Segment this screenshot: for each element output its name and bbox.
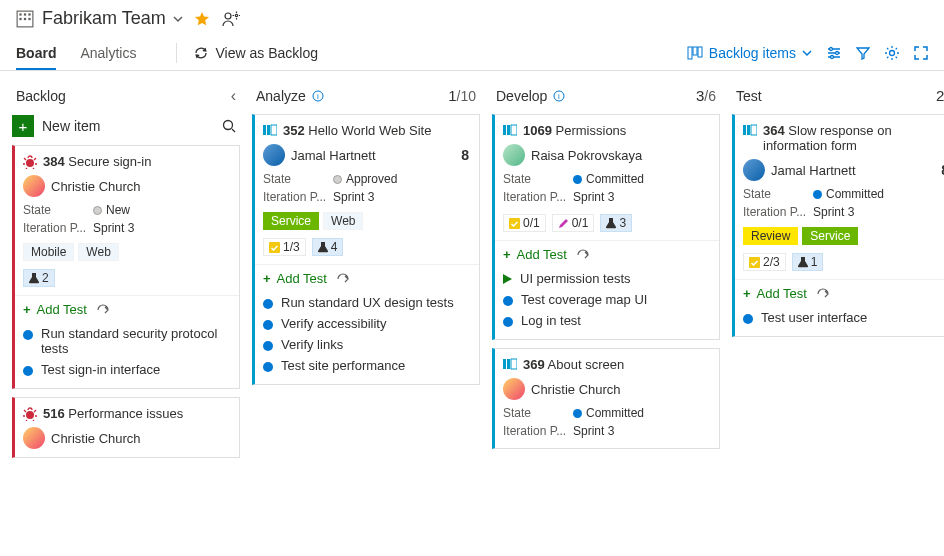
svg-rect-11 <box>698 47 702 57</box>
iteration-label: Iteration P... <box>263 190 333 204</box>
info-icon[interactable]: i <box>312 90 324 102</box>
svg-point-13 <box>836 51 839 54</box>
add-test-button[interactable]: +Add Test <box>263 271 469 286</box>
tag[interactable]: Service <box>802 227 858 245</box>
favorite-star-icon[interactable] <box>194 11 210 27</box>
avatar <box>503 144 525 166</box>
svg-rect-23 <box>271 125 277 135</box>
svg-rect-9 <box>688 47 692 59</box>
card-id: 384 <box>43 154 65 169</box>
wip-count: 2/6 <box>936 87 944 104</box>
open-tests-icon[interactable] <box>97 304 111 316</box>
test-item[interactable]: Verify accessibility <box>263 313 469 334</box>
card-352[interactable]: 352 Hello World Web Site Jamal Hartnett … <box>252 114 480 385</box>
tab-analytics[interactable]: Analytics <box>80 37 136 69</box>
svg-point-16 <box>224 121 233 130</box>
test-item[interactable]: Test user interface <box>743 307 944 328</box>
test-count-chip[interactable]: 2 <box>23 269 55 287</box>
gear-icon[interactable] <box>884 45 900 61</box>
test-item[interactable]: Verify links <box>263 334 469 355</box>
settings-sliders-icon[interactable] <box>826 46 842 60</box>
test-item[interactable]: Test site performance <box>263 355 469 376</box>
tag[interactable]: Review <box>743 227 798 245</box>
team-members-icon[interactable] <box>222 10 240 28</box>
assignee-name: Christie Church <box>531 382 621 397</box>
card-id: 516 <box>43 406 65 421</box>
test-status-dot <box>503 317 513 327</box>
new-item-button[interactable]: + <box>12 115 34 137</box>
fullscreen-icon[interactable] <box>914 46 928 60</box>
tag[interactable]: Mobile <box>23 243 74 261</box>
tag[interactable]: Web <box>323 212 363 230</box>
info-icon[interactable]: i <box>553 90 565 102</box>
test-item[interactable]: Test coverage map UI <box>503 289 709 310</box>
add-test-button[interactable]: +Add Test <box>23 302 229 317</box>
open-tests-icon[interactable] <box>577 249 591 261</box>
avatar <box>23 427 45 449</box>
assignee-name: Jamal Hartnett <box>771 163 856 178</box>
tab-board[interactable]: Board <box>16 37 56 69</box>
svg-rect-32 <box>507 359 510 369</box>
state-label: State <box>503 406 573 420</box>
avatar <box>23 175 45 197</box>
card-364[interactable]: 364 Slow response on information form Ja… <box>732 114 944 337</box>
card-369[interactable]: 369 About screen Christie Church StateCo… <box>492 348 720 449</box>
beaker-icon <box>606 217 616 229</box>
view-as-backlog-label: View as Backlog <box>215 45 317 61</box>
test-count-chip[interactable]: 1 <box>792 253 824 271</box>
card-516[interactable]: 516 Performance issues Christie Church <box>12 397 240 458</box>
checklist-chip[interactable]: 2/3 <box>743 253 786 271</box>
new-item-label[interactable]: New item <box>42 118 214 134</box>
team-title[interactable]: Fabrikam Team <box>42 8 166 29</box>
svg-point-12 <box>830 47 833 50</box>
backlog-items-dropdown[interactable]: Backlog items <box>687 45 812 61</box>
card-id: 364 <box>763 123 785 138</box>
open-tests-icon[interactable] <box>337 273 351 285</box>
tag[interactable]: Web <box>78 243 118 261</box>
column-title-test: Test <box>736 88 762 104</box>
collapse-column-icon[interactable]: ‹ <box>231 87 236 105</box>
avatar <box>743 159 765 181</box>
view-as-backlog-button[interactable]: View as Backlog <box>193 45 317 61</box>
assignee-name: Christie Church <box>51 179 141 194</box>
card-384[interactable]: 384 Secure sign-in Christie Church State… <box>12 145 240 389</box>
test-item[interactable]: Run standard UX design tests <box>263 292 469 313</box>
checklist-chip[interactable]: 0/1 <box>503 214 546 232</box>
card-title: Performance issues <box>68 406 183 421</box>
iteration-value: Sprint 3 <box>573 190 614 204</box>
assignee-name: Christie Church <box>51 431 141 446</box>
svg-rect-4 <box>19 17 21 19</box>
iteration-label: Iteration P... <box>743 205 813 219</box>
project-icon <box>16 10 34 28</box>
test-item[interactable]: Log in test <box>503 310 709 331</box>
card-id: 1069 <box>523 123 552 138</box>
svg-point-14 <box>831 55 834 58</box>
card-id: 369 <box>523 357 545 372</box>
test-count-chip[interactable]: 3 <box>600 214 632 232</box>
test-item[interactable]: UI permission tests <box>503 268 709 289</box>
card-1069[interactable]: 1069 Permissions Raisa Pokrovskaya State… <box>492 114 720 340</box>
column-title-develop: Develop <box>496 88 547 104</box>
svg-point-15 <box>890 50 895 55</box>
add-test-button[interactable]: +Add Test <box>503 247 709 262</box>
team-chevron-down-icon[interactable] <box>172 13 184 25</box>
test-item[interactable]: Run standard security protocol tests <box>23 323 229 359</box>
test-count-chip[interactable]: 4 <box>312 238 344 256</box>
card-title: About screen <box>548 357 625 372</box>
state-label: State <box>503 172 573 186</box>
tag[interactable]: Service <box>263 212 319 230</box>
tab-divider <box>176 43 177 63</box>
test-item[interactable]: Test sign-in interface <box>23 359 229 380</box>
bug-icon <box>23 407 37 421</box>
search-icon[interactable] <box>222 119 236 133</box>
filter-icon[interactable] <box>856 46 870 60</box>
svg-point-17 <box>26 159 34 167</box>
checklist-chip[interactable]: 1/3 <box>263 238 306 256</box>
svg-text:i: i <box>558 92 560 101</box>
state-label: State <box>263 172 333 186</box>
edit-chip[interactable]: 0/1 <box>552 214 595 232</box>
chevron-down-icon <box>802 48 812 58</box>
open-tests-icon[interactable] <box>817 288 831 300</box>
add-test-button[interactable]: +Add Test <box>743 286 944 301</box>
svg-point-18 <box>26 411 34 419</box>
